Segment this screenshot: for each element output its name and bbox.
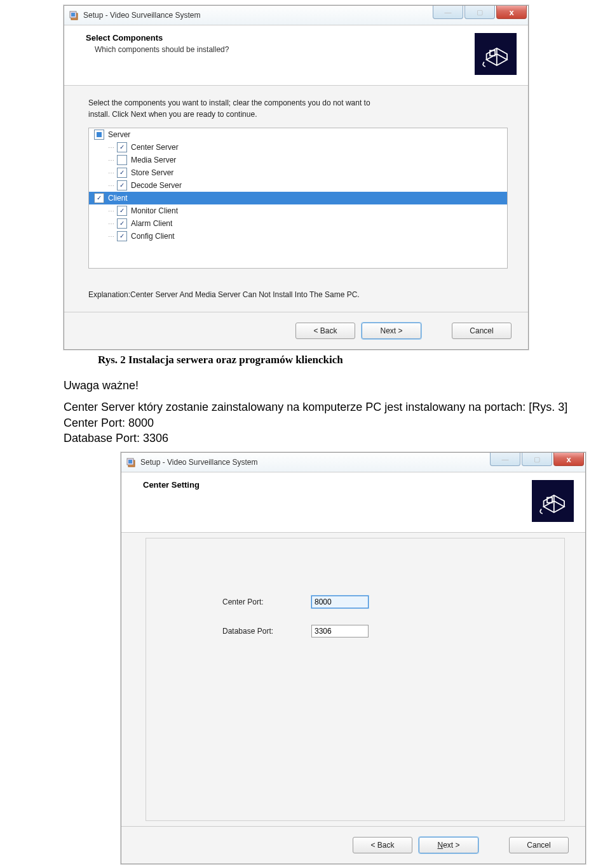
checkbox-icon[interactable]: ✓ [117, 218, 127, 229]
checkbox-icon[interactable]: ✓ [94, 193, 104, 203]
checkbox-icon[interactable]: ✓ [117, 231, 127, 241]
tree-item-alarm-client[interactable]: ⋯ ✓ Alarm Client [89, 217, 507, 230]
figure-caption-1: Rys. 2 Instalacja serwera oraz programów… [98, 354, 572, 366]
tree-connector-icon: ⋯ [108, 208, 114, 215]
button-bar: < Back Next > Cancel [64, 312, 528, 349]
installer-window-2: Setup - Video Surveillance System — ▢ x … [121, 452, 586, 864]
settings-form: Center Port: Database Port: [146, 538, 565, 821]
window-title: Setup - Video Surveillance System [83, 11, 201, 20]
tree-connector-icon: ⋯ [108, 182, 114, 189]
tree-item-client[interactable]: ✓ Client [89, 192, 507, 204]
checkbox-mixed-icon[interactable] [94, 130, 104, 140]
maximize-button[interactable]: ▢ [522, 453, 552, 466]
body-panel: Select the components you want to instal… [64, 86, 528, 312]
window-buttons: — ▢ x [433, 6, 528, 19]
svg-rect-6 [128, 460, 132, 464]
cancel-button[interactable]: Cancel [452, 323, 512, 339]
database-port-row: Database Port: [222, 625, 564, 638]
checkbox-icon[interactable]: ✓ [117, 142, 127, 152]
explanation-text: Explanation:Center Server And Media Serv… [88, 290, 508, 299]
checkbox-icon[interactable]: ✓ [117, 180, 127, 190]
installer-icon [125, 457, 137, 468]
tree-item-config-client[interactable]: ⋯ ✓ Config Client [89, 230, 507, 243]
warning-heading-1: Uwaga ważne! [64, 378, 553, 393]
back-button[interactable]: < Back [295, 323, 355, 339]
header-panel: Select Components Which components shoul… [64, 25, 528, 86]
database-port-input[interactable] [311, 625, 369, 638]
tree-connector-icon: ⋯ [108, 170, 114, 177]
maximize-button[interactable]: ▢ [464, 6, 495, 19]
wizard-logo [475, 33, 517, 75]
tree-connector-icon: ⋯ [108, 157, 114, 164]
instruction-text: Select the components you want to instal… [88, 97, 508, 120]
installer-window-1: Setup - Video Surveillance System — ▢ x … [64, 5, 529, 350]
body-paragraph-3: Database Port: 3306 [64, 431, 553, 446]
tree-connector-icon: ⋯ [108, 233, 114, 240]
wizard-logo [532, 480, 574, 522]
titlebar: Setup - Video Surveillance System — ▢ x [121, 453, 585, 472]
page-subtitle: Which components should be installed? [95, 45, 468, 54]
page-title: Select Components [86, 33, 468, 43]
component-tree[interactable]: Server ⋯ ✓ Center Server ⋯ Media Server … [88, 128, 508, 269]
minimize-button[interactable]: — [490, 453, 520, 466]
checkbox-icon[interactable]: ✓ [117, 206, 127, 216]
tree-item-decode-server[interactable]: ⋯ ✓ Decode Server [89, 179, 507, 192]
center-port-row: Center Port: [222, 596, 564, 608]
database-port-label: Database Port: [222, 627, 311, 636]
tree-item-server[interactable]: Server [89, 128, 507, 141]
tree-item-center-server[interactable]: ⋯ ✓ Center Server [89, 141, 507, 154]
back-button[interactable]: < Back [353, 837, 412, 853]
page-title: Center Setting [143, 480, 525, 490]
next-button[interactable]: Next > [362, 323, 421, 339]
tree-item-store-server[interactable]: ⋯ ✓ Store Server [89, 166, 507, 179]
button-bar: < Back Next > Cancel [121, 826, 585, 864]
checkbox-icon[interactable] [117, 155, 127, 165]
center-port-input[interactable] [311, 596, 369, 608]
next-button[interactable]: Next > [419, 837, 478, 853]
close-button[interactable]: x [553, 453, 584, 466]
body-paragraph-2: Center Port: 8000 [64, 415, 572, 431]
tree-item-monitor-client[interactable]: ⋯ ✓ Monitor Client [89, 204, 507, 217]
svg-rect-2 [71, 13, 75, 17]
minimize-button[interactable]: — [433, 6, 463, 19]
window-title: Setup - Video Surveillance System [140, 458, 258, 467]
installer-icon [68, 10, 79, 21]
window-buttons: — ▢ x [490, 453, 585, 466]
body-panel: Center Port: Database Port: [121, 533, 585, 826]
tree-connector-icon: ⋯ [108, 144, 114, 151]
checkbox-icon[interactable]: ✓ [117, 168, 127, 178]
close-button[interactable]: x [496, 6, 527, 19]
titlebar: Setup - Video Surveillance System — ▢ x [64, 6, 528, 25]
tree-item-media-server[interactable]: ⋯ Media Server [89, 154, 507, 166]
center-port-label: Center Port: [222, 598, 311, 606]
tree-connector-icon: ⋯ [108, 220, 114, 227]
header-panel: Center Setting [121, 472, 585, 533]
body-paragraph-1: Center Server który zostanie zainstalowa… [64, 399, 572, 415]
cancel-button[interactable]: Cancel [509, 837, 569, 853]
